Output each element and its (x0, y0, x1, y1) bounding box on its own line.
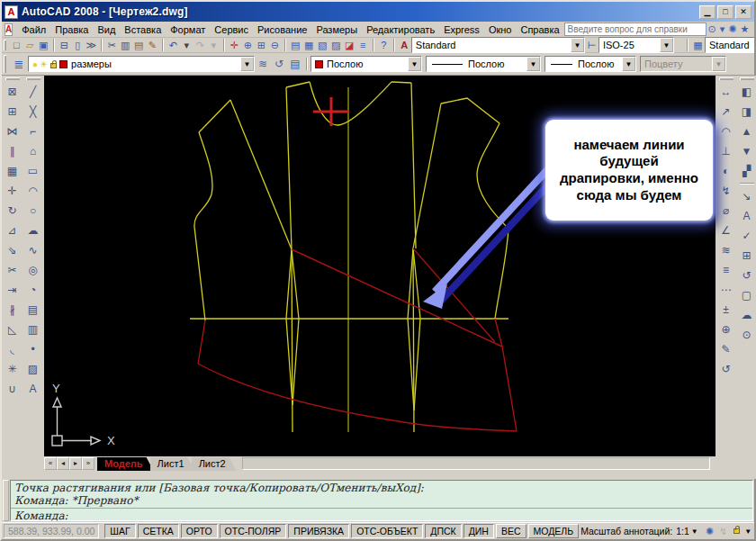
chevron-down-icon[interactable]: ▼ (526, 57, 540, 71)
layer-properties-manager-icon[interactable]: ≣ (10, 58, 28, 71)
tool-zoom-previous[interactable]: ⊖ (268, 39, 282, 52)
dim-style-combo[interactable]: ISO-25 ▼ (598, 37, 674, 53)
order-tool-revcloud-tool[interactable]: ☁ (737, 305, 756, 325)
minimize-button[interactable]: ▁ (699, 5, 716, 19)
draw-tool-make-block[interactable]: ▥ (23, 320, 42, 339)
dimension-tool-dim-edit[interactable]: ✎ (716, 339, 735, 359)
annotation-scale-value[interactable]: 1:1 (676, 526, 689, 536)
chevron-down-icon[interactable]: ▼ (240, 57, 254, 71)
tool-copy[interactable]: ▥ (119, 39, 132, 52)
tool-save[interactable]: ▣ (37, 39, 50, 52)
order-tool-send-under[interactable]: ▼ (737, 141, 756, 161)
tool-properties[interactable]: ▤ (289, 39, 302, 52)
dimension-tool-center-mark[interactable]: ⊕ (716, 320, 735, 339)
modify-tool-move[interactable]: ✛ (3, 181, 22, 201)
table-style-icon[interactable]: ▦ (691, 39, 705, 52)
command-history[interactable]: Точка растягивания или [Базовая точка/Ко… (11, 481, 752, 509)
tool-plot-preview[interactable]: ▯ (71, 39, 85, 52)
menu-item[interactable]: Express (439, 23, 484, 37)
tab-nav-first[interactable]: « (44, 457, 57, 470)
tool-match-properties[interactable]: ✎ (146, 39, 159, 52)
draw-tool-spline[interactable]: ∿ (23, 240, 42, 260)
menu-item[interactable]: Правка (50, 23, 93, 37)
order-tool-mleader[interactable]: ↘ (737, 186, 756, 206)
status-toggle[interactable]: ШАГ (104, 524, 135, 538)
chevron-down-icon[interactable]: ▼ (408, 57, 421, 71)
dim-style-icon[interactable]: ⊢ (585, 39, 598, 52)
modify-tool-erase[interactable]: ⊠ (3, 82, 22, 102)
status-icon-annotation-visibility[interactable]: ✺ (706, 526, 714, 537)
order-tool-wipeout[interactable]: ▢ (737, 285, 756, 305)
layer-freeze-icon[interactable]: ☀ (40, 59, 48, 69)
modify-tool-scale[interactable]: ⊿ (3, 221, 22, 240)
lock-icon[interactable] (734, 528, 740, 534)
search-input[interactable] (564, 23, 706, 36)
menu-item[interactable]: Редактировать (362, 23, 439, 37)
linetype-combo[interactable]: Послою ▼ (426, 56, 541, 72)
layout-tab[interactable]: Лист2 (192, 457, 237, 471)
chevron-down-icon[interactable]: ▼ (744, 527, 752, 536)
draw-tool-construction-line[interactable]: ╳ (23, 102, 42, 122)
modify-tool-explode[interactable]: ✳ (3, 359, 22, 379)
menu-item[interactable]: Вставка (120, 23, 166, 37)
draw-tool-ellipse-arc[interactable]: ◔ (23, 280, 42, 300)
chevron-down-icon[interactable]: ▼ (571, 38, 584, 52)
dimension-tool-dim-linear[interactable]: ↔ (716, 82, 735, 102)
modify-tool-fillet[interactable]: ◟ (3, 339, 22, 359)
menu-item[interactable]: Файл (17, 23, 50, 37)
maximize-button[interactable]: □ (717, 5, 734, 19)
menu-item[interactable]: Вид (93, 23, 120, 37)
tool-help[interactable]: ? (377, 39, 391, 52)
tab-nav-last[interactable]: » (82, 457, 94, 470)
order-tool-hatch-order[interactable]: ▞ (737, 161, 756, 181)
tool-pan[interactable]: ✛ (228, 39, 241, 52)
menu-item[interactable]: Справка (516, 23, 563, 37)
draw-tool-line[interactable]: ╱ (23, 82, 42, 102)
modify-tool-trim[interactable]: ✂ (3, 260, 22, 280)
order-tool-find-text[interactable]: ⊙ (737, 325, 756, 345)
order-tool-spell-check[interactable]: ✓ (737, 226, 756, 246)
status-toggle[interactable]: ОРТО (181, 524, 218, 538)
menu-item[interactable]: Формат (166, 23, 210, 37)
tool-publish[interactable]: ≫ (85, 39, 98, 52)
tool-designcenter[interactable]: ▦ (302, 39, 316, 52)
toolbar-grip[interactable] (4, 40, 6, 51)
dimension-tool-dim-update[interactable]: ↺ (716, 359, 735, 379)
layer-lock-icon[interactable] (50, 63, 57, 68)
close-button[interactable]: ✕ (735, 5, 752, 19)
horizontal-scrollbar[interactable] (242, 457, 710, 470)
search-icon-favorites[interactable]: ★ (739, 23, 752, 35)
modify-tool-join[interactable]: ∪ (3, 379, 22, 399)
status-toggle[interactable]: МОДЕЛЬ (528, 524, 580, 538)
dimension-tool-dim-aligned[interactable]: ↗ (716, 102, 735, 122)
tool-open[interactable]: ▱ (23, 39, 37, 52)
tool-markup[interactable]: ◪ (343, 39, 356, 52)
menu-item[interactable]: Сервис (210, 23, 253, 37)
menu-item[interactable]: Рисование (253, 23, 311, 37)
draw-tool-rectangle[interactable]: ▭ (23, 161, 42, 181)
tab-nav-prev[interactable]: ◂ (57, 457, 69, 470)
modify-tool-array[interactable]: ▦ (3, 161, 22, 181)
dimension-tool-dim-jogged[interactable]: ↯ (716, 181, 735, 201)
draw-tool-circle[interactable]: ○ (23, 201, 42, 221)
tab-nav-next[interactable]: ▸ (69, 457, 82, 470)
layer-tool-layer-previous[interactable]: ↺ (271, 58, 287, 71)
draw-tool-polygon[interactable]: ⌂ (23, 141, 42, 161)
order-tool-draworder-back[interactable]: ◨ (737, 102, 756, 122)
order-tool-bring-above[interactable]: ▲ (737, 122, 756, 141)
draw-tool-hatch[interactable]: ▨ (23, 359, 42, 379)
command-window-grip[interactable] (3, 480, 9, 521)
status-toggle[interactable]: ОТС-ОБЪЕКТ (351, 524, 423, 538)
modify-tool-offset[interactable]: ∥ (3, 141, 22, 161)
layout-tab[interactable]: Лист1 (150, 457, 195, 471)
tool-redo-list[interactable]: ▾ (207, 39, 220, 52)
tool-tool-palettes[interactable]: ▧ (316, 39, 329, 52)
dimension-tool-dim-radius[interactable]: ◐ (716, 161, 735, 181)
draw-tool-arc[interactable]: ◠ (23, 181, 42, 201)
tool-undo[interactable]: ↶ (166, 39, 180, 52)
status-toggle[interactable]: СЕТКА (138, 524, 179, 538)
toolbar-grip[interactable] (5, 77, 20, 80)
draw-tool-ellipse[interactable]: ◎ (23, 260, 42, 280)
search-icon-comm-center[interactable]: ✺ (726, 23, 738, 35)
table-style-combo[interactable]: Standard (705, 37, 754, 53)
